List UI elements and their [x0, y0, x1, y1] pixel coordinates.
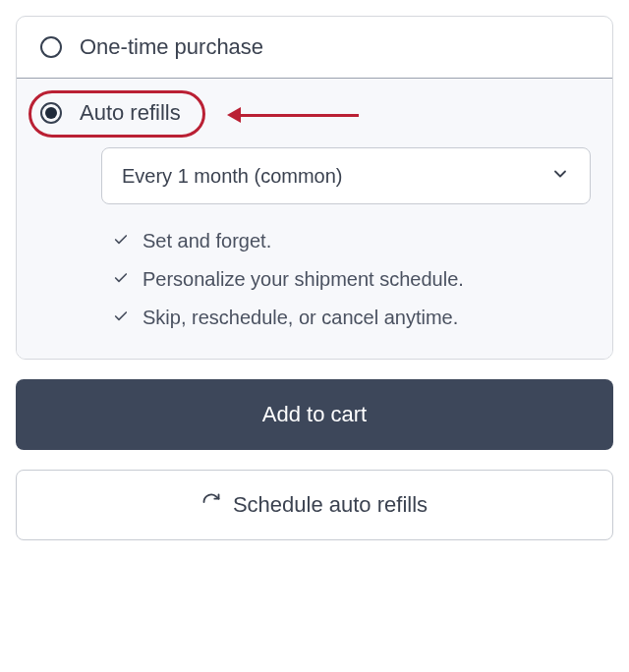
benefit-item: Skip, reschedule, or cancel anytime. [113, 307, 591, 329]
add-to-cart-button[interactable]: Add to cart [16, 379, 613, 450]
schedule-auto-refills-button[interactable]: Schedule auto refills [16, 470, 613, 540]
benefits-list: Set and forget. Personalize your shipmen… [113, 230, 591, 329]
benefit-item: Set and forget. [113, 230, 591, 252]
annotation-arrow [227, 107, 359, 123]
benefit-item: Personalize your shipment schedule. [113, 268, 591, 291]
frequency-select[interactable]: Every 1 month (common) [101, 147, 591, 204]
chevron-down-icon [550, 164, 570, 188]
check-icon [113, 268, 129, 291]
benefit-text: Skip, reschedule, or cancel anytime. [143, 307, 458, 329]
check-icon [113, 307, 129, 329]
button-label: Add to cart [262, 402, 367, 427]
option-auto-refills[interactable]: Auto refills Every 1 month (common) Set … [17, 79, 612, 359]
radio-line: Auto refills [40, 100, 181, 126]
refresh-icon [201, 492, 221, 518]
option-one-time[interactable]: One-time purchase [17, 17, 612, 79]
radio-unselected-icon [40, 36, 62, 58]
button-label: Schedule auto refills [233, 492, 428, 518]
option-label: Auto refills [80, 100, 181, 126]
auto-refills-body: Every 1 month (common) Set and forget. [40, 126, 591, 329]
check-icon [113, 230, 129, 252]
benefit-text: Personalize your shipment schedule. [143, 268, 464, 291]
benefit-text: Set and forget. [143, 230, 271, 252]
purchase-options-card: One-time purchase Auto refills Every 1 m… [16, 16, 613, 360]
option-label: One-time purchase [80, 34, 263, 60]
frequency-value: Every 1 month (common) [122, 165, 343, 188]
radio-selected-icon [40, 102, 62, 124]
